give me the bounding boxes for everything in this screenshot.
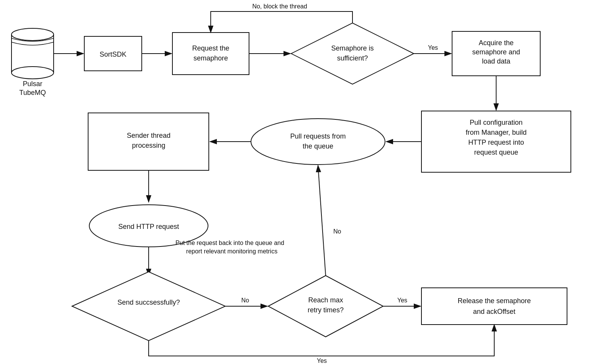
pull-config-label1: Pull configuration (470, 119, 523, 126)
pulsar-label2: TubeMQ (19, 89, 46, 96)
send-http-label: Send HTTP request (118, 223, 179, 230)
max-retry-label1: Reach max (308, 296, 343, 304)
acquire-semaphore-label3: load data (482, 57, 511, 65)
send-success-label1: Send succsessfully? (117, 299, 180, 306)
sortsdk-label: SortSDK (100, 51, 126, 58)
svg-line-16 (318, 165, 326, 276)
pulsar-label: Pulsar (23, 80, 42, 88)
yes-label2: Yes (397, 297, 407, 304)
pull-config-label3: HTTP request into (468, 139, 524, 146)
svg-point-3 (11, 28, 54, 41)
no-put-back-label0: No (333, 228, 341, 235)
sender-thread-label1: Sender thread (127, 132, 170, 139)
semaphore-check-label2: sufficient? (337, 54, 368, 62)
max-retry-label2: retry times? (308, 306, 344, 314)
yes-label1: Yes (428, 44, 438, 51)
acquire-semaphore-label1: Acquire the (479, 39, 513, 47)
pull-config-label2: from Manager, build (465, 129, 526, 136)
semaphore-check-label1: Semaphore is (331, 44, 374, 52)
release-semaphore-label1: Release the semaphore (457, 297, 531, 305)
semaphore-check-diamond (291, 23, 414, 84)
pull-config-label4: request queue (474, 149, 518, 156)
send-success-diamond (72, 272, 225, 341)
acquire-semaphore-label2: semaphore and (472, 48, 520, 56)
yes-label3: Yes (317, 357, 327, 364)
pull-requests-label2: the queue (303, 142, 333, 150)
release-semaphore-label2: and ackOffset (473, 308, 516, 315)
no-label1: No (241, 297, 249, 304)
release-semaphore-box (421, 288, 567, 325)
no-block-label: No, block the thread (252, 3, 307, 10)
sender-thread-label2: processing (132, 142, 165, 149)
svg-point-4 (11, 67, 54, 79)
request-semaphore-box (172, 33, 249, 75)
pull-requests-ellipse (251, 119, 385, 165)
no-put-back-label2: report relevant monitoring metrics (186, 248, 277, 255)
no-put-back-label1: Put the request back into the queue and (175, 240, 284, 246)
request-semaphore-label2: semaphore (193, 54, 228, 62)
pull-requests-label1: Pull requests from (290, 132, 346, 140)
request-semaphore-label1: Request the (192, 44, 229, 52)
